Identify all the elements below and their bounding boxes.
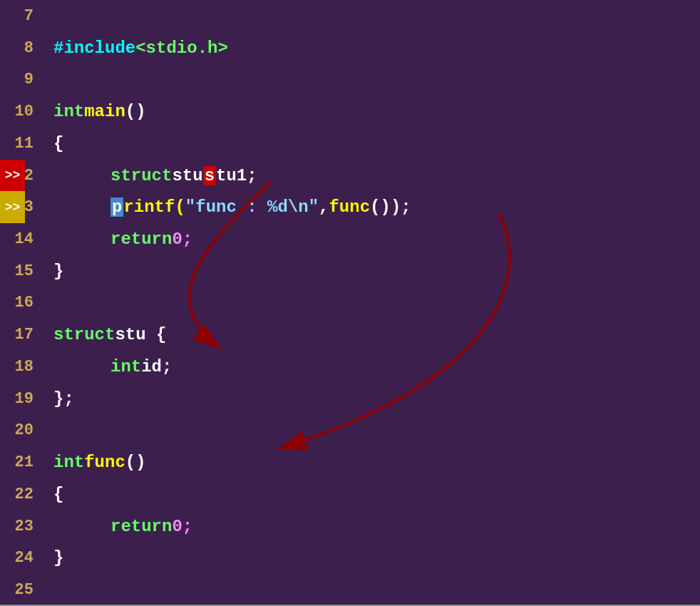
code-token: 0; — [172, 230, 192, 249]
line-content-21: int func() — [39, 446, 146, 478]
line-number-24: 24 — [12, 549, 34, 567]
line-content-25 — [39, 574, 53, 606]
line-gutter-10: 10 — [0, 96, 39, 128]
code-token: { — [53, 134, 63, 153]
line-content-16 — [39, 287, 53, 319]
line-gutter-20: 20 — [0, 415, 39, 447]
code-line-14: 14return 0; — [0, 223, 700, 255]
line-content-23: return 0; — [39, 510, 192, 543]
line-number-19: 19 — [12, 390, 34, 408]
line-number-8: 8 — [12, 39, 34, 57]
line-number-23: 23 — [12, 518, 34, 535]
line-number-16: 16 — [12, 294, 34, 312]
code-token: func — [84, 453, 125, 472]
line-number-15: 15 — [12, 262, 34, 280]
code-line-17: 17struct stu { — [0, 319, 700, 351]
code-container: 78#include<stdio.h>910int main()11{>>12s… — [0, 0, 700, 606]
line-content-20 — [39, 415, 53, 447]
line-gutter-14: 14 — [0, 223, 39, 255]
code-token: struct — [53, 325, 115, 344]
code-token: int — [53, 102, 84, 121]
code-line-11: 11{ — [0, 128, 700, 160]
red-indicator: >> — [0, 160, 25, 192]
code-token: int — [110, 357, 141, 376]
code-line-10: 10int main() — [0, 96, 700, 128]
line-content-8: #include<stdio.h> — [39, 32, 228, 64]
line-content-22: { — [39, 478, 63, 510]
line-content-15: } — [39, 255, 63, 287]
code-token: func — [329, 197, 370, 217]
code-token: , — [319, 197, 329, 217]
code-line-22: 22{ — [0, 478, 700, 510]
code-line-24: 24} — [0, 542, 700, 574]
code-line-19: 19}; — [0, 383, 700, 415]
line-content-7 — [39, 0, 53, 32]
code-token: } — [53, 262, 63, 281]
line-number-21: 21 — [12, 453, 34, 471]
code-token: return — [110, 230, 172, 249]
code-token: return — [110, 517, 172, 536]
code-token: stu — [172, 166, 202, 185]
line-content-14: return 0; — [39, 223, 192, 255]
line-content-9 — [39, 63, 53, 96]
line-gutter-13: >>13 — [0, 191, 39, 223]
code-token: 0; — [172, 517, 192, 536]
line-gutter-25: 25 — [0, 574, 39, 606]
code-line-25: 25 — [0, 574, 700, 606]
code-token: s — [203, 166, 216, 185]
code-token: }; — [53, 389, 74, 409]
line-number-25: 25 — [12, 581, 34, 599]
line-gutter-18: 18 — [0, 351, 39, 383]
code-token: struct — [110, 166, 172, 185]
line-number-20: 20 — [12, 421, 34, 439]
line-number-7: 7 — [12, 7, 34, 25]
code-line-16: 16 — [0, 287, 700, 319]
code-line-13: >>13printf("func : %d\n",func()); — [0, 191, 700, 223]
line-gutter-11: 11 — [0, 128, 39, 160]
code-editor: 78#include<stdio.h>910int main()11{>>12s… — [0, 0, 700, 606]
line-content-19: }; — [39, 383, 74, 415]
line-content-18: int id; — [39, 351, 172, 383]
line-number-17: 17 — [12, 326, 34, 344]
line-gutter-7: 7 — [0, 0, 39, 32]
code-token: () — [125, 453, 146, 472]
code-token: rintf( — [123, 197, 185, 217]
line-gutter-24: 24 — [0, 542, 39, 574]
code-line-12: >>12struct stu stu1; — [0, 160, 700, 192]
line-gutter-16: 16 — [0, 287, 39, 319]
code-line-9: 9 — [0, 63, 700, 96]
line-content-12: struct stu stu1; — [39, 160, 257, 192]
code-token: p — [110, 197, 123, 217]
line-content-17: struct stu { — [39, 319, 166, 351]
line-number-10: 10 — [12, 103, 34, 120]
line-content-13: printf("func : %d\n",func()); — [39, 191, 411, 223]
yellow-indicator: >> — [0, 191, 25, 223]
code-token: } — [53, 548, 63, 568]
line-gutter-12: >>12 — [0, 160, 39, 192]
code-line-21: 21int func() — [0, 446, 700, 478]
line-gutter-23: 23 — [0, 510, 39, 543]
line-number-9: 9 — [12, 71, 34, 88]
code-token: #include — [53, 38, 135, 58]
line-gutter-22: 22 — [0, 478, 39, 510]
line-content-24: } — [39, 542, 63, 574]
line-number-14: 14 — [12, 230, 34, 248]
line-gutter-9: 9 — [0, 63, 39, 96]
code-token: ()); — [370, 197, 411, 217]
line-gutter-15: 15 — [0, 255, 39, 287]
line-gutter-19: 19 — [0, 383, 39, 415]
code-line-15: 15} — [0, 255, 700, 287]
code-token: int — [53, 453, 84, 472]
code-token: () — [125, 102, 146, 121]
line-gutter-17: 17 — [0, 319, 39, 351]
code-token: main — [84, 102, 125, 121]
code-line-20: 20 — [0, 415, 700, 447]
code-line-18: 18int id; — [0, 351, 700, 383]
line-content-11: { — [39, 128, 63, 160]
line-gutter-21: 21 — [0, 446, 39, 478]
code-line-7: 7 — [0, 0, 700, 32]
code-token: "func : %d\n" — [185, 197, 319, 217]
code-token: tu1; — [216, 166, 257, 185]
line-content-10: int main() — [39, 96, 146, 128]
code-token: <stdio.h> — [135, 38, 228, 58]
